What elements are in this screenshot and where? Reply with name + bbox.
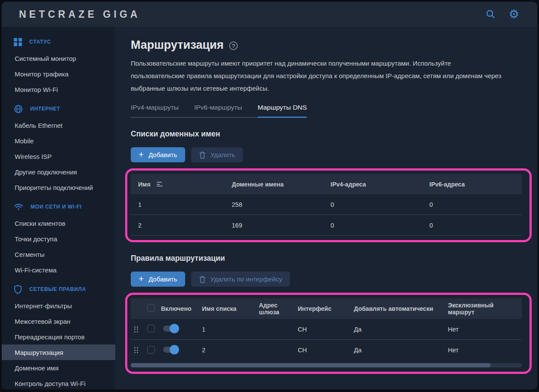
sidebar-item-wifi-monitor[interactable]: Монитор Wi-Fi [2,82,115,97]
column-header-auto-add: Добавлять автоматически [354,305,448,312]
horizontal-scrollbar[interactable] [131,363,522,367]
column-header-enabled: Включено [161,305,202,312]
tab-bar: IPv4-маршруты IPv6-маршруты Маршруты DNS [131,104,307,118]
row-checkbox[interactable] [147,346,155,354]
main-content: Маршрутизация ? Пользовательские маршрут… [115,27,537,389]
column-header-exclusive-route: Эксклюзивный маршрут [448,302,522,316]
cell-list-name: 1 [202,326,259,333]
column-header-gateway: Адрес шлюза [259,302,298,316]
section-label: ИНТЕРНЕТ [30,106,60,112]
routing-rules-heading: Правила маршрутизации [131,254,532,263]
shield-icon [14,285,22,294]
sidebar-item-traffic-monitor[interactable]: Монитор трафика [2,66,115,82]
row-checkbox[interactable] [147,325,155,332]
brand-logo: NETCRAZE GIGA [19,8,140,20]
scrollbar-thumb[interactable] [131,363,491,367]
cell-domain-count: 258 [232,201,331,208]
cell-auto-add: Да [354,326,448,333]
router-admin-window: NETCRAZE GIGA ⚙ СТАТУС Системный монитор… [2,2,537,389]
delete-domain-list-button[interactable]: Удалить [191,147,243,162]
cell-ipv4-count: 0 [331,201,429,208]
tab-dns-routes[interactable]: Маршруты DNS [258,104,307,117]
sidebar-item-ethernet-cable[interactable]: Кабель Ethernet [2,117,115,133]
column-header-ipv6-addresses: IPv6-адреса [429,181,522,188]
sidebar: СТАТУС Системный монитор Монитор трафика… [2,27,115,389]
sidebar-item-wifi-access-control[interactable]: Контроль доступа Wi-Fi [2,376,115,389]
add-routing-rule-button[interactable]: + Добавить [131,272,185,287]
table-row[interactable]: 2 169 0 0 [131,215,522,236]
sidebar-item-system-monitor[interactable]: Системный монитор [2,51,115,66]
highlight-frame-domain-lists: Имя Доменные имена IPv4-адреса IPv6-адре… [125,168,532,242]
dashboard-grid-icon [14,38,22,46]
cell-name: 2 [138,222,232,229]
cell-interface: CH [298,347,354,354]
delete-by-interface-button[interactable]: Удалить по интерфейсу [191,272,290,287]
cell-domain-count: 169 [232,222,331,229]
cell-name: 1 [138,201,232,208]
sidebar-item-port-forwarding[interactable]: Переадресация портов [2,329,115,345]
routing-rules-table-header: Включено Имя списка Адрес шлюза Интерфей… [131,298,522,319]
plus-icon: + [139,150,144,159]
sidebar-item-other-connections[interactable]: Другие подключения [2,164,115,180]
sidebar-section-status: СТАТУС [2,33,115,51]
button-label: Добавить [148,275,177,283]
table-row[interactable]: 1 258 0 0 [131,194,522,215]
trash-icon [199,151,206,159]
enabled-toggle[interactable] [163,347,178,353]
domain-lists-heading: Списки доменных имен [131,130,532,139]
sidebar-item-connection-priorities[interactable]: Приоритеты подключений [2,180,115,195]
column-header-name[interactable]: Имя [138,181,232,188]
topbar: NETCRAZE GIGA ⚙ [2,2,537,27]
button-label: Удалить по интерфейсу [211,275,282,283]
sidebar-item-routing[interactable]: Маршрутизация [2,345,115,360]
sidebar-item-mobile[interactable]: Mobile [2,133,115,149]
cell-ipv6-count: 0 [429,201,522,208]
button-label: Добавить [148,151,177,158]
enabled-toggle[interactable] [163,326,178,332]
gear-icon[interactable]: ⚙ [508,8,520,20]
table-row[interactable]: 2 CH Да Нет [131,340,522,360]
sidebar-section-internet: ИНТЕРНЕТ [2,100,115,117]
sidebar-section-network-rules: СЕТЕВЫЕ ПРАВИЛА [2,281,115,298]
column-header-list-name: Имя списка [202,305,259,312]
button-label: Удалить [211,151,235,158]
section-label: МОИ СЕТИ И WI-FI [31,204,82,210]
plus-icon: + [139,274,144,283]
sidebar-section-my-networks-wifi: МОИ СЕТИ И WI-FI [2,198,115,215]
sidebar-item-access-points[interactable]: Точки доступа [2,231,115,247]
topbar-icons: ⚙ [485,8,520,20]
tab-ipv4-routes[interactable]: IPv4-маршруты [131,104,179,117]
page-title: Маршрутизация [131,38,224,52]
sidebar-item-firewall[interactable]: Межсетевой экран [2,313,115,329]
select-all-checkbox[interactable] [147,304,155,312]
sidebar-item-wifi-system[interactable]: Wi-Fi-система [2,262,115,278]
trash-icon [199,275,206,283]
cell-interface: CH [298,326,354,333]
drag-handle-icon[interactable] [134,347,147,353]
tab-ipv6-routes[interactable]: IPv6-маршруты [194,104,242,117]
domain-lists-table-header: Имя Доменные имена IPv4-адреса IPv6-адре… [131,174,522,194]
cell-list-name: 2 [202,347,259,354]
sidebar-item-segments[interactable]: Сегменты [2,247,115,262]
help-icon[interactable]: ? [229,41,238,50]
cell-exclusive: Нет [448,326,522,333]
search-icon[interactable] [485,8,497,20]
highlight-frame-routing-rules: Включено Имя списка Адрес шлюза Интерфей… [125,293,532,374]
sidebar-item-internet-filters[interactable]: Интернет-фильтры [2,298,115,313]
column-header-domain-names: Доменные имена [232,181,331,188]
globe-icon [14,104,23,114]
sidebar-item-domain-name[interactable]: Доменное имя [2,360,115,376]
sidebar-item-client-lists[interactable]: Списки клиентов [2,215,115,231]
column-header-ipv4-addresses: IPv4-адреса [331,181,429,188]
sidebar-item-wireless-isp[interactable]: Wireless ISP [2,149,115,164]
wifi-icon [14,203,23,211]
cell-ipv6-count: 0 [429,222,522,229]
page-description: Пользовательские маршруты имеют приорите… [131,57,503,95]
section-label: СЕТЕВЫЕ ПРАВИЛА [29,286,86,292]
sort-icon[interactable] [157,182,163,187]
drag-handle-icon[interactable] [134,326,147,332]
section-label: СТАТУС [29,39,51,45]
add-domain-list-button[interactable]: + Добавить [131,147,185,162]
column-header-interface: Интерфейс [298,305,354,312]
table-row[interactable]: 1 CH Да Нет [131,319,522,340]
